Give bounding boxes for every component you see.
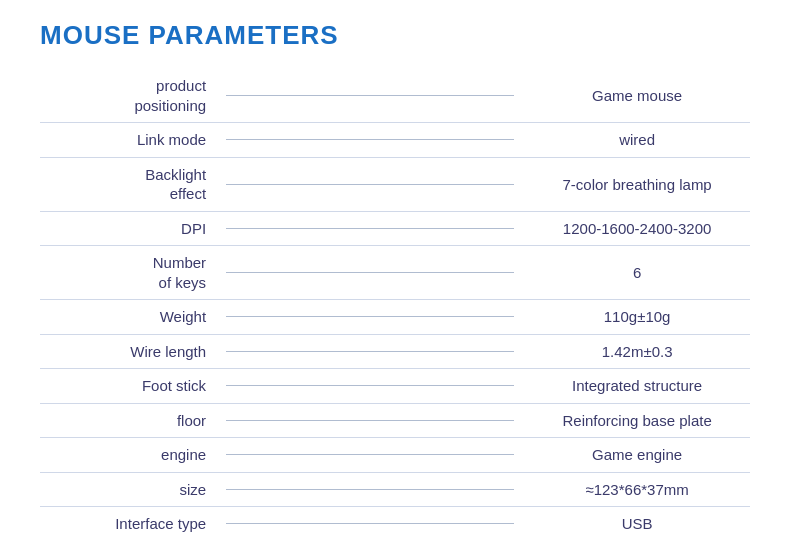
param-line-divider	[226, 184, 514, 185]
param-divider-cell	[216, 507, 524, 541]
param-value: 1200-1600-2400-3200	[524, 211, 750, 246]
table-row: engineGame engine	[40, 438, 750, 473]
param-line-divider	[226, 95, 514, 96]
page-title: MOUSE PARAMETERS	[40, 20, 750, 51]
table-row: Numberof keys6	[40, 246, 750, 300]
param-value: 6	[524, 246, 750, 300]
param-divider-cell	[216, 369, 524, 404]
param-divider-cell	[216, 211, 524, 246]
param-label: Link mode	[40, 123, 216, 158]
param-line-divider	[226, 385, 514, 386]
param-divider-cell	[216, 438, 524, 473]
table-row: Interface typeUSB	[40, 507, 750, 541]
param-divider-cell	[216, 157, 524, 211]
param-divider-cell	[216, 123, 524, 158]
table-row: Wire length1.42m±0.3	[40, 334, 750, 369]
param-value: Game mouse	[524, 69, 750, 123]
param-label: Backlighteffect	[40, 157, 216, 211]
param-divider-cell	[216, 472, 524, 507]
table-row: size≈123*66*37mm	[40, 472, 750, 507]
param-label: Interface type	[40, 507, 216, 541]
table-row: DPI1200-1600-2400-3200	[40, 211, 750, 246]
param-line-divider	[226, 351, 514, 352]
param-line-divider	[226, 272, 514, 273]
table-row: productpositioningGame mouse	[40, 69, 750, 123]
parameters-table: productpositioningGame mouseLink modewir…	[40, 69, 750, 541]
param-line-divider	[226, 228, 514, 229]
page-container: MOUSE PARAMETERS productpositioningGame …	[0, 0, 790, 550]
param-line-divider	[226, 420, 514, 421]
param-label: Wire length	[40, 334, 216, 369]
param-value: 1.42m±0.3	[524, 334, 750, 369]
param-value: wired	[524, 123, 750, 158]
param-value: 7-color breathing lamp	[524, 157, 750, 211]
param-value: Reinforcing base plate	[524, 403, 750, 438]
param-divider-cell	[216, 300, 524, 335]
param-label: Numberof keys	[40, 246, 216, 300]
param-divider-cell	[216, 246, 524, 300]
param-line-divider	[226, 454, 514, 455]
param-value: ≈123*66*37mm	[524, 472, 750, 507]
param-value: 110g±10g	[524, 300, 750, 335]
table-row: floorReinforcing base plate	[40, 403, 750, 438]
param-divider-cell	[216, 69, 524, 123]
param-divider-cell	[216, 403, 524, 438]
table-row: Foot stickIntegrated structure	[40, 369, 750, 404]
param-label: Foot stick	[40, 369, 216, 404]
param-line-divider	[226, 139, 514, 140]
param-value: Integrated structure	[524, 369, 750, 404]
param-label: engine	[40, 438, 216, 473]
param-label: productpositioning	[40, 69, 216, 123]
param-line-divider	[226, 316, 514, 317]
param-label: DPI	[40, 211, 216, 246]
param-line-divider	[226, 523, 514, 524]
param-label: size	[40, 472, 216, 507]
table-row: Backlighteffect7-color breathing lamp	[40, 157, 750, 211]
param-value: Game engine	[524, 438, 750, 473]
table-row: Weight110g±10g	[40, 300, 750, 335]
param-divider-cell	[216, 334, 524, 369]
param-label: floor	[40, 403, 216, 438]
param-line-divider	[226, 489, 514, 490]
param-value: USB	[524, 507, 750, 541]
table-row: Link modewired	[40, 123, 750, 158]
param-label: Weight	[40, 300, 216, 335]
